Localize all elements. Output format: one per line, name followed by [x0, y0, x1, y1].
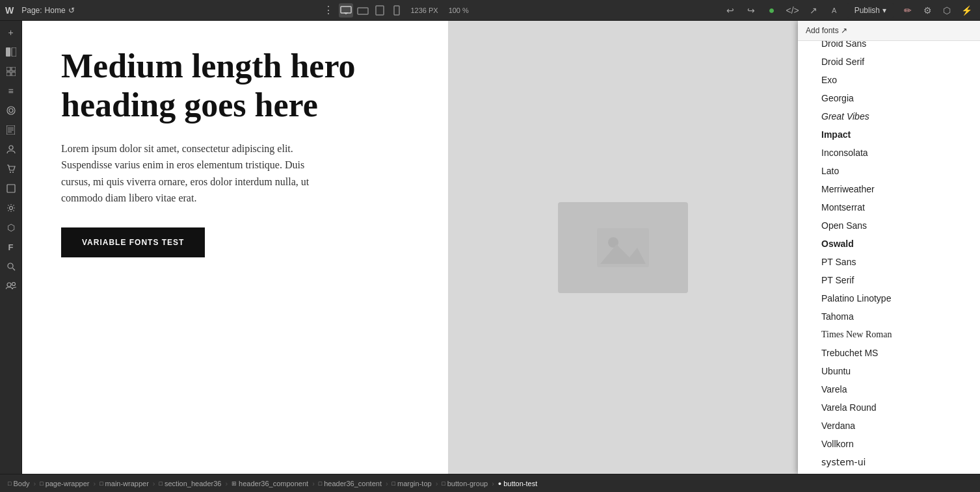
- svg-rect-8: [7, 67, 10, 71]
- publish-chevron-icon: ▾: [882, 6, 886, 15]
- breadcrumb-item-icon: ⊞: [232, 480, 237, 487]
- font-list: ArialBitterBriem Hand ThinChanga OneDroi…: [798, 41, 980, 474]
- svg-point-13: [9, 109, 13, 112]
- breadcrumb-item[interactable]: □Body: [5, 478, 33, 489]
- svg-point-18: [9, 146, 13, 149]
- desktop-viewport-btn[interactable]: [339, 3, 353, 18]
- sidebar-fonts-btn[interactable]: F: [2, 238, 20, 256]
- mobile-viewport-btn[interactable]: [390, 3, 404, 18]
- undo-btn[interactable]: ↩: [722, 2, 739, 19]
- dots-menu-icon[interactable]: ⋮: [323, 4, 334, 16]
- font-item[interactable]: PT Serif: [798, 271, 980, 289]
- sidebar-ecommerce-btn[interactable]: [2, 160, 20, 178]
- font-item[interactable]: Vollkorn: [798, 435, 980, 453]
- font-item[interactable]: Varela: [798, 380, 980, 398]
- svg-rect-21: [7, 185, 15, 192]
- canvas-area: Medium length hero heading goes here Lor…: [22, 21, 798, 474]
- font-item[interactable]: Tahoma: [798, 307, 980, 326]
- sidebar-cms-btn[interactable]: [2, 101, 20, 120]
- breadcrumb-item-icon: □: [99, 480, 103, 487]
- add-fonts-link[interactable]: Add fonts ↗: [806, 26, 847, 35]
- breadcrumb-item-label: margin-top: [397, 480, 432, 487]
- font-item[interactable]: Verdana: [798, 417, 980, 435]
- font-item[interactable]: Open Sans: [798, 216, 980, 235]
- breadcrumb-item[interactable]: □margin-top: [390, 478, 434, 489]
- code-editor-btn[interactable]: </>: [784, 2, 801, 19]
- breadcrumb-separator: ›: [225, 480, 228, 487]
- status-indicator: ●: [763, 2, 780, 19]
- font-item[interactable]: system-ui: [798, 453, 980, 471]
- font-item[interactable]: Impact: [798, 125, 980, 144]
- svg-rect-7: [12, 47, 16, 57]
- sidebar-team-btn[interactable]: [2, 277, 20, 295]
- breadcrumb-separator: ›: [153, 480, 155, 487]
- breadcrumb-separator: ›: [386, 480, 388, 487]
- cta-button[interactable]: VARIABLE FONTS TEST: [61, 227, 205, 257]
- sidebar-grid-btn[interactable]: [2, 62, 20, 81]
- sidebar-layers-btn[interactable]: [2, 43, 20, 61]
- font-item[interactable]: Great Vibes: [798, 107, 980, 125]
- breadcrumb-item[interactable]: □button-group: [439, 478, 490, 489]
- sidebar-integrations-btn[interactable]: ⬡: [2, 218, 20, 237]
- font-item[interactable]: Exo: [798, 71, 980, 89]
- tablet-viewport-btn[interactable]: [373, 3, 387, 18]
- breadcrumb-item[interactable]: □page-wrapper: [37, 478, 92, 489]
- svg-rect-9: [12, 67, 16, 71]
- breadcrumb-separator: ›: [492, 480, 494, 487]
- page-name: Home: [45, 6, 66, 15]
- font-item[interactable]: Lato: [798, 162, 980, 180]
- publish-button[interactable]: Publish ▾: [847, 3, 894, 18]
- sidebar-settings-btn[interactable]: [2, 199, 20, 217]
- accessibility-btn[interactable]: A: [826, 2, 843, 19]
- font-item[interactable]: Montserrat: [798, 198, 980, 216]
- font-item[interactable]: Droid Sans: [798, 41, 980, 53]
- svg-rect-4: [376, 6, 384, 15]
- font-item[interactable]: Times New Roman: [798, 326, 980, 344]
- right-panel: ⚙ ◎ ⚡ Select Width Min W Max W Overfl.: [798, 21, 980, 474]
- font-item[interactable]: Merriweather: [798, 180, 980, 198]
- breadcrumb-item[interactable]: □main-wrapper: [97, 478, 152, 489]
- breadcrumb: □Body›□page-wrapper›□main-wrapper›□secti…: [0, 474, 980, 492]
- font-item[interactable]: Ubuntu: [798, 362, 980, 380]
- svg-point-26: [12, 283, 15, 286]
- font-item[interactable]: PT Sans: [798, 253, 980, 271]
- svg-rect-3: [358, 8, 368, 14]
- breadcrumb-item[interactable]: □section_header36: [157, 478, 224, 489]
- font-item[interactable]: Trebuchet MS: [798, 344, 980, 362]
- sidebar-search-btn[interactable]: [2, 257, 20, 276]
- svg-point-19: [10, 172, 11, 173]
- font-item[interactable]: Georgia: [798, 89, 980, 107]
- sidebar-users-btn[interactable]: [2, 140, 20, 159]
- sidebar-add-panel-btn[interactable]: +: [2, 23, 20, 42]
- font-item[interactable]: Palatino Linotype: [798, 289, 980, 307]
- breadcrumb-item[interactable]: ●button-test: [496, 478, 540, 489]
- sidebar-assets-btn[interactable]: [2, 179, 20, 198]
- page-label: Page:: [21, 6, 42, 15]
- sidebar-elements-btn[interactable]: ≡: [2, 82, 20, 100]
- breadcrumb-item-icon: □: [392, 480, 395, 487]
- canvas-gray-area: [448, 21, 798, 474]
- draw-tool-btn[interactable]: ✏: [899, 2, 916, 19]
- page-status-icon: ↺: [68, 6, 75, 15]
- font-item[interactable]: Oswald: [798, 235, 980, 253]
- breadcrumb-item[interactable]: □header36_content: [316, 478, 384, 489]
- placeholder-image: [558, 202, 688, 293]
- font-item[interactable]: Varela Round: [798, 398, 980, 417]
- font-item[interactable]: Droid Serif: [798, 53, 980, 71]
- breadcrumb-item[interactable]: ⊞header36_component: [229, 478, 311, 489]
- tablet-landscape-viewport-btn[interactable]: [356, 3, 370, 18]
- interactions-btn[interactable]: ⬡: [938, 2, 955, 19]
- svg-rect-10: [7, 72, 10, 76]
- sidebar-pages-btn[interactable]: [2, 121, 20, 139]
- breadcrumb-item-icon: □: [40, 480, 43, 487]
- breadcrumb-item-label: page-wrapper: [46, 480, 90, 487]
- redo-btn[interactable]: ↪: [743, 2, 760, 19]
- settings-panel-btn[interactable]: ⚙: [919, 2, 936, 19]
- breadcrumb-item-icon: □: [8, 480, 11, 487]
- export-btn[interactable]: ↗: [805, 2, 822, 19]
- svg-point-23: [8, 263, 13, 268]
- hero-body-text: Lorem ipsum dolor sit amet, consectetur …: [61, 140, 334, 207]
- font-item[interactable]: Inconsolata: [798, 144, 980, 162]
- animations-btn[interactable]: ⚡: [958, 2, 975, 19]
- publish-label: Publish: [854, 6, 880, 15]
